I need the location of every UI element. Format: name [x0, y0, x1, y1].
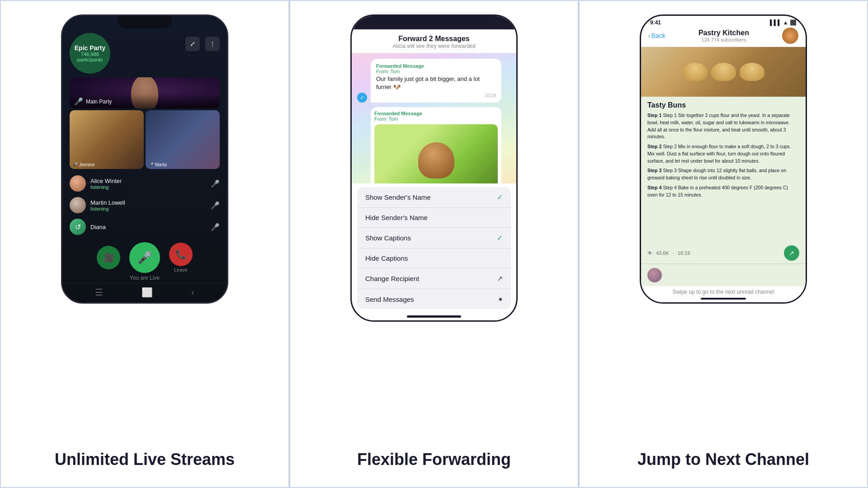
dog-image [374, 124, 498, 183]
check-icon-1: ✓ [497, 193, 503, 202]
swipe-hint: Swipe up to go to the next unread channe… [641, 286, 806, 296]
checkbox-1[interactable]: ✓ [357, 93, 367, 103]
meta-divider: · [673, 250, 674, 256]
party-avatar: Epic Party 746,988 participants [70, 33, 110, 74]
channel-name: Pastry Kitchen [669, 29, 778, 37]
action-send[interactable]: Send Messages ● [357, 289, 511, 309]
step-2: Step 2 Step 2 Mix in enough flour to mak… [647, 143, 799, 164]
action-hide-captions[interactable]: Hide Captions [357, 249, 511, 268]
step-3: Step 3 Step 3 Shape dough into 12 slight… [647, 167, 799, 182]
panel-forwarding: Forward 2 Messages Alicia will see they … [289, 0, 579, 488]
leave-label: Leave [174, 267, 188, 272]
bun-2 [711, 63, 736, 81]
martin-status: listening [90, 206, 206, 211]
msg-bubble-2: Forwarded Message From: Tom His name is … [371, 107, 501, 183]
mic-icon: 🎤 [74, 97, 83, 106]
msg-time-1: 10:19 [376, 93, 496, 98]
nav-back-icon[interactable]: ‹ [191, 287, 194, 298]
avatar-diana: ↺ [70, 219, 86, 235]
action-change-recipient[interactable]: Change Recipient ↗ [357, 268, 511, 289]
mic-icon-1: 🎤 [72, 162, 78, 167]
fullscreen-icon[interactable]: ⤢ [185, 37, 200, 51]
nav-bar: ☰ ⬜ ‹ [62, 283, 227, 302]
action-hide-sender[interactable]: Hide Sender's Name [357, 208, 511, 228]
mic-button[interactable]: 🎤 [129, 242, 160, 273]
panel-live-streams: Epic Party 746,988 participants ⤢ ⋮ 🎤 Ma… [0, 0, 289, 488]
video-button[interactable]: 🎥 [97, 246, 120, 269]
msg-from-2: From: Tom [374, 116, 498, 122]
alice-mic-icon: 🎤 [211, 179, 220, 188]
panel2-title: Flexible Forwarding [357, 450, 511, 469]
panel3-title: Jump to Next Channel [637, 450, 809, 469]
main-label: Main Party [86, 99, 112, 105]
input-area [641, 264, 806, 286]
home-indicator [407, 315, 461, 318]
hero-image [641, 47, 806, 97]
live-status: You are Live [62, 275, 227, 283]
dog-figure [418, 142, 454, 178]
status-icons-3: ▌▌▌ ▲ ⬛ [770, 19, 797, 26]
thumb-label-2: 🎤 Marta [148, 162, 167, 167]
home-indicator-3 [701, 298, 746, 300]
msg-text-1: Our family just got a bit bigger, and a … [376, 75, 496, 91]
alice-name: Alice Winter [90, 178, 206, 184]
meta-time: 16:19 [678, 250, 690, 256]
forward-icon: ↗ [497, 274, 503, 283]
action-sheet: Show Sender's Name ✓ Hide Sender's Name … [357, 187, 511, 309]
action-show-sender[interactable]: Show Sender's Name ✓ [357, 187, 511, 208]
nav-home-icon[interactable]: ⬜ [142, 287, 153, 298]
check-icon-2: ✓ [497, 234, 503, 242]
recipe-content: Tasty Buns Step 1 Step 1 Stir together 2… [641, 97, 806, 244]
phone-channel: 9:41 ▌▌▌ ▲ ⬛ ‹ Back Pastry Kitchen 124 7… [640, 14, 807, 304]
diana-info: Diana [90, 224, 206, 230]
leave-button[interactable]: 📞 [169, 243, 193, 266]
notch [118, 16, 172, 28]
back-button[interactable]: ‹ Back [648, 32, 665, 39]
post-meta: 👁 43.6K · 16:19 ↗ [641, 244, 806, 263]
action-show-captions[interactable]: Show Captions ✓ [357, 228, 511, 249]
alice-info: Alice Winter listening [90, 178, 206, 190]
channel-subs: 124 774 subscribers [669, 37, 778, 42]
mic-icon-2: 🎤 [148, 162, 154, 167]
main-video: 🎤 Main Party [70, 77, 220, 108]
more-icon[interactable]: ⋮ [205, 37, 220, 51]
panel1-title: Unlimited Live Streams [55, 450, 235, 469]
phone-live: Epic Party 746,988 participants ⤢ ⋮ 🎤 Ma… [61, 14, 228, 304]
time-display: 9:41 [650, 19, 661, 26]
thumb-marta: 🎤 Marta [146, 110, 220, 169]
martin-name: Martin Lowell [90, 199, 206, 206]
send-icon: ● [498, 295, 503, 303]
nav-menu-icon[interactable]: ☰ [95, 287, 103, 298]
fwd-label-1: Forwarded Message [376, 63, 496, 69]
forward-subtitle: Alicia will see they were forwarded [361, 43, 507, 49]
forward-header: Forward 2 Messages Alicia will see they … [352, 29, 516, 53]
step-1: Step 1 Step 1 Stir together 2 cups flour… [647, 112, 799, 141]
participant-count: 746,988 participants [70, 52, 110, 62]
panel-next-channel: 9:41 ▌▌▌ ▲ ⬛ ‹ Back Pastry Kitchen 124 7… [579, 0, 868, 488]
fwd-label-2: Forwarded Message [374, 111, 498, 116]
thumb-jennice: 🎤 Jennice [70, 110, 144, 169]
msg-bubble-1: Forwarded Message From: Tom Our family j… [371, 59, 501, 103]
diana-name: Diana [90, 224, 206, 230]
bun-3 [740, 63, 764, 81]
views-count: 43.6K [656, 250, 669, 256]
status-bar-3: 9:41 ▌▌▌ ▲ ⬛ [641, 16, 806, 26]
thumb-label-1: 🎤 Jennice [72, 162, 94, 167]
back-chevron: ‹ [648, 32, 651, 39]
alice-status: listening [90, 184, 206, 190]
user-avatar [647, 268, 662, 282]
call-controls: 🎥 🎤 📞 Leave [62, 238, 227, 275]
video-overlay: 🎤 Main Party [70, 94, 220, 108]
channel-info: Pastry Kitchen 124 774 subscribers [669, 29, 778, 42]
phone2-notch [405, 18, 463, 28]
dark-notch-area [352, 16, 516, 29]
eye-icon: 👁 [647, 250, 652, 256]
forward-title: Forward 2 Messages [361, 35, 507, 43]
share-button[interactable]: ↗ [784, 245, 799, 261]
avatar-martin [70, 197, 86, 213]
avatar-alice [70, 175, 86, 192]
recipe-title: Tasty Buns [647, 101, 799, 109]
msg-from-1: From: Tom [376, 69, 496, 74]
bun-1 [683, 63, 708, 81]
step-4: Step 4 Step 4 Bake in a preheated 400 de… [647, 184, 799, 199]
